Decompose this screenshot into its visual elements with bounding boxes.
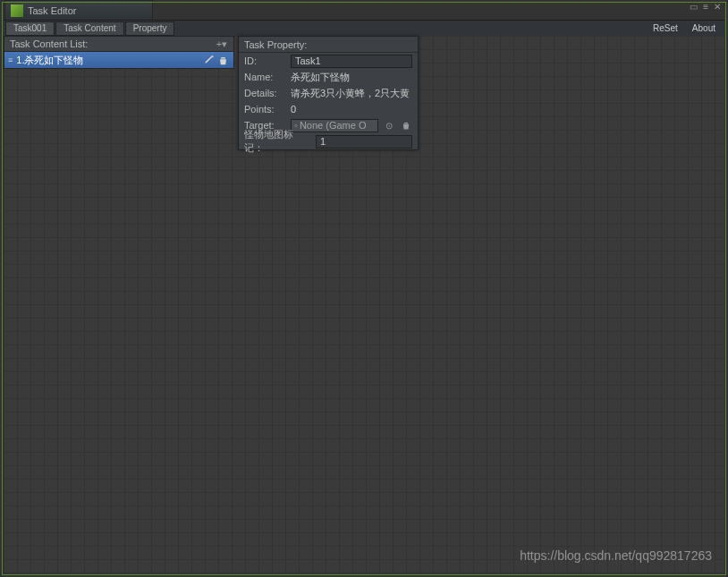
drag-handle-icon[interactable]: ≡ [8, 55, 13, 64]
window-menu-burger-icon[interactable]: ≡ [703, 2, 708, 12]
tab-task-content[interactable]: Task Content [55, 21, 123, 36]
target-delete-icon[interactable] [399, 119, 412, 132]
close-icon[interactable]: ✕ [714, 2, 721, 12]
marker-label: 怪物地图标记： [244, 128, 312, 155]
edit-icon[interactable] [201, 53, 216, 67]
details-label: Details: [244, 88, 287, 98]
property-header: Task Property: [239, 37, 418, 53]
id-label: ID: [244, 55, 287, 66]
add-item-icon[interactable]: +▾ [216, 38, 228, 49]
window-controls: ▭ ≡ ✕ [690, 2, 721, 12]
name-value: 杀死如下怪物 [291, 71, 412, 84]
list-item[interactable]: ≡ 1.杀死如下怪物 [4, 52, 233, 68]
task-content-list-panel: Task Content List: +▾ ≡ 1.杀死如下怪物 [4, 36, 234, 69]
delete-icon[interactable] [216, 53, 230, 67]
tab-property[interactable]: Property [125, 21, 175, 36]
list-header-label: Task Content List: [10, 38, 88, 49]
window-menu-icon[interactable]: ▭ [690, 2, 698, 12]
list-item-label: 1.杀死如下怪物 [16, 54, 201, 67]
watermark: https://blog.csdn.net/qq992817263 [520, 548, 712, 563]
points-value: 0 [291, 104, 412, 115]
tab-task001[interactable]: Task001 [5, 21, 55, 36]
app-icon [11, 4, 23, 17]
toolbar: Task001 Task Content Property ReSet Abou… [4, 20, 724, 36]
list-body: ≡ 1.杀死如下怪物 [4, 52, 234, 69]
target-picker-icon[interactable]: ⊙ [382, 119, 395, 132]
name-label: Name: [244, 72, 287, 82]
details-value: 请杀死3只小黄蜂，2只大黄 [291, 87, 412, 100]
canvas-grid: Task Content List: +▾ ≡ 1.杀死如下怪物 Task Pr… [4, 36, 724, 573]
points-label: Points: [244, 104, 287, 115]
property-header-label: Task Property: [244, 39, 307, 50]
id-field[interactable]: Task1 [291, 55, 412, 68]
window-tab[interactable]: Task Editor [4, 0, 153, 20]
window-title: Task Editor [28, 5, 76, 16]
task-property-panel: Task Property: ID: Task1 Name: 杀死如下怪物 De… [238, 36, 419, 150]
list-panel-header: Task Content List: +▾ [4, 36, 234, 52]
marker-field[interactable]: 1 [316, 135, 412, 148]
about-button[interactable]: About [685, 23, 723, 33]
reset-button[interactable]: ReSet [646, 23, 685, 33]
